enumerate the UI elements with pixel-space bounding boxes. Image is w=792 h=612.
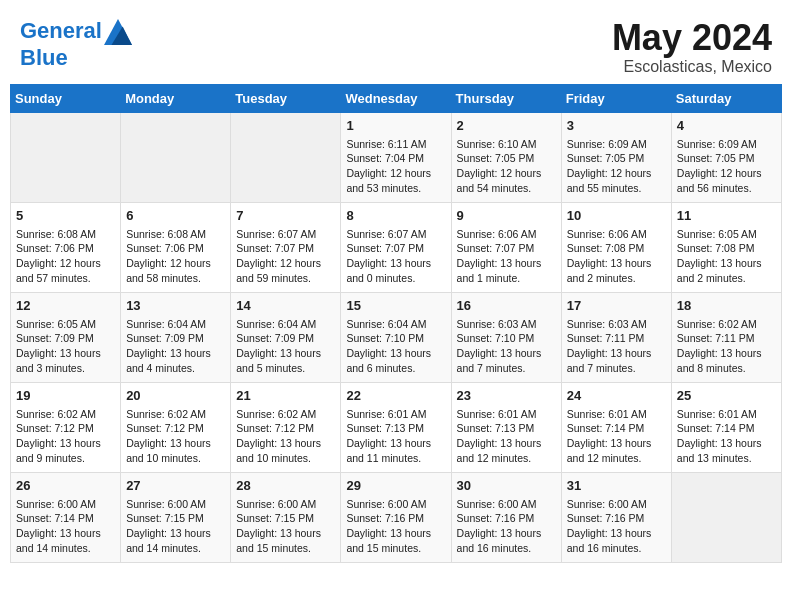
cell-content-line: and 54 minutes. [457, 181, 556, 196]
calendar-cell: 1Sunrise: 6:11 AMSunset: 7:04 PMDaylight… [341, 112, 451, 202]
calendar-cell: 13Sunrise: 6:04 AMSunset: 7:09 PMDayligh… [121, 292, 231, 382]
calendar-cell: 11Sunrise: 6:05 AMSunset: 7:08 PMDayligh… [671, 202, 781, 292]
calendar-cell: 9Sunrise: 6:06 AMSunset: 7:07 PMDaylight… [451, 202, 561, 292]
cell-content-line: and 2 minutes. [677, 271, 776, 286]
cell-content-line: Daylight: 13 hours [236, 436, 335, 451]
calendar-cell: 20Sunrise: 6:02 AMSunset: 7:12 PMDayligh… [121, 382, 231, 472]
calendar-cell: 19Sunrise: 6:02 AMSunset: 7:12 PMDayligh… [11, 382, 121, 472]
cell-content-line: Sunset: 7:14 PM [16, 511, 115, 526]
cell-content-line: Sunset: 7:15 PM [126, 511, 225, 526]
cell-content-line: Sunrise: 6:09 AM [567, 137, 666, 152]
cell-content-line: Sunrise: 6:10 AM [457, 137, 556, 152]
logo-text: General [20, 18, 132, 46]
weekday-header-sunday: Sunday [11, 84, 121, 112]
cell-content-line: and 55 minutes. [567, 181, 666, 196]
day-number: 31 [567, 477, 666, 495]
day-number: 27 [126, 477, 225, 495]
cell-content-line: and 0 minutes. [346, 271, 445, 286]
cell-content-line: Sunrise: 6:09 AM [677, 137, 776, 152]
cell-content-line: and 10 minutes. [126, 451, 225, 466]
calendar-cell: 27Sunrise: 6:00 AMSunset: 7:15 PMDayligh… [121, 472, 231, 562]
cell-content-line: Daylight: 13 hours [457, 256, 556, 271]
cell-content-line: Daylight: 12 hours [16, 256, 115, 271]
calendar-cell: 23Sunrise: 6:01 AMSunset: 7:13 PMDayligh… [451, 382, 561, 472]
cell-content-line: and 53 minutes. [346, 181, 445, 196]
cell-content-line: Sunrise: 6:08 AM [126, 227, 225, 242]
cell-content-line: and 7 minutes. [457, 361, 556, 376]
day-number: 21 [236, 387, 335, 405]
day-number: 14 [236, 297, 335, 315]
cell-content-line: Daylight: 13 hours [16, 346, 115, 361]
calendar-cell: 7Sunrise: 6:07 AMSunset: 7:07 PMDaylight… [231, 202, 341, 292]
day-number: 23 [457, 387, 556, 405]
cell-content-line: Sunset: 7:12 PM [16, 421, 115, 436]
day-number: 24 [567, 387, 666, 405]
cell-content-line: Daylight: 13 hours [16, 526, 115, 541]
cell-content-line: and 7 minutes. [567, 361, 666, 376]
weekday-header-row: SundayMondayTuesdayWednesdayThursdayFrid… [11, 84, 782, 112]
cell-content-line: Daylight: 13 hours [677, 256, 776, 271]
calendar-cell: 17Sunrise: 6:03 AMSunset: 7:11 PMDayligh… [561, 292, 671, 382]
calendar-week-3: 12Sunrise: 6:05 AMSunset: 7:09 PMDayligh… [11, 292, 782, 382]
day-number: 20 [126, 387, 225, 405]
cell-content-line: Daylight: 13 hours [126, 346, 225, 361]
cell-content-line: Sunset: 7:05 PM [677, 151, 776, 166]
day-number: 7 [236, 207, 335, 225]
cell-content-line: Daylight: 12 hours [236, 256, 335, 271]
cell-content-line: Sunset: 7:05 PM [457, 151, 556, 166]
cell-content-line: Sunrise: 6:11 AM [346, 137, 445, 152]
cell-content-line: Daylight: 13 hours [346, 526, 445, 541]
cell-content-line: Sunrise: 6:06 AM [567, 227, 666, 242]
cell-content-line: Sunrise: 6:00 AM [16, 497, 115, 512]
calendar-cell: 8Sunrise: 6:07 AMSunset: 7:07 PMDaylight… [341, 202, 451, 292]
cell-content-line: Sunset: 7:16 PM [567, 511, 666, 526]
day-number: 12 [16, 297, 115, 315]
weekday-header-friday: Friday [561, 84, 671, 112]
cell-content-line: Sunrise: 6:07 AM [236, 227, 335, 242]
cell-content-line: Sunset: 7:08 PM [567, 241, 666, 256]
cell-content-line: Daylight: 13 hours [16, 436, 115, 451]
cell-content-line: Daylight: 13 hours [346, 346, 445, 361]
cell-content-line: and 16 minutes. [457, 541, 556, 556]
cell-content-line: Sunset: 7:10 PM [346, 331, 445, 346]
cell-content-line: Sunrise: 6:04 AM [126, 317, 225, 332]
cell-content-line: Sunrise: 6:02 AM [126, 407, 225, 422]
calendar-cell: 18Sunrise: 6:02 AMSunset: 7:11 PMDayligh… [671, 292, 781, 382]
cell-content-line: Daylight: 12 hours [126, 256, 225, 271]
calendar-cell: 29Sunrise: 6:00 AMSunset: 7:16 PMDayligh… [341, 472, 451, 562]
calendar-cell: 2Sunrise: 6:10 AMSunset: 7:05 PMDaylight… [451, 112, 561, 202]
cell-content-line: Daylight: 13 hours [567, 436, 666, 451]
day-number: 25 [677, 387, 776, 405]
cell-content-line: Daylight: 13 hours [567, 526, 666, 541]
cell-content-line: Sunrise: 6:00 AM [457, 497, 556, 512]
calendar-week-2: 5Sunrise: 6:08 AMSunset: 7:06 PMDaylight… [11, 202, 782, 292]
cell-content-line: Sunrise: 6:08 AM [16, 227, 115, 242]
cell-content-line: Sunset: 7:09 PM [16, 331, 115, 346]
cell-content-line: Sunrise: 6:04 AM [346, 317, 445, 332]
cell-content-line: and 3 minutes. [16, 361, 115, 376]
cell-content-line: Sunset: 7:06 PM [126, 241, 225, 256]
title-block: May 2024 Escolasticas, Mexico [612, 18, 772, 76]
cell-content-line: and 13 minutes. [677, 451, 776, 466]
cell-content-line: and 5 minutes. [236, 361, 335, 376]
cell-content-line: Daylight: 12 hours [457, 166, 556, 181]
cell-content-line: Daylight: 13 hours [677, 346, 776, 361]
cell-content-line: Daylight: 12 hours [346, 166, 445, 181]
calendar-cell: 4Sunrise: 6:09 AMSunset: 7:05 PMDaylight… [671, 112, 781, 202]
cell-content-line: Sunset: 7:08 PM [677, 241, 776, 256]
day-number: 13 [126, 297, 225, 315]
cell-content-line: Daylight: 12 hours [567, 166, 666, 181]
cell-content-line: and 9 minutes. [16, 451, 115, 466]
cell-content-line: Sunset: 7:13 PM [457, 421, 556, 436]
cell-content-line: Sunrise: 6:01 AM [457, 407, 556, 422]
cell-content-line: Sunrise: 6:03 AM [567, 317, 666, 332]
cell-content-line: and 12 minutes. [567, 451, 666, 466]
cell-content-line: and 12 minutes. [457, 451, 556, 466]
calendar-cell: 22Sunrise: 6:01 AMSunset: 7:13 PMDayligh… [341, 382, 451, 472]
calendar-cell: 21Sunrise: 6:02 AMSunset: 7:12 PMDayligh… [231, 382, 341, 472]
cell-content-line: Daylight: 13 hours [346, 256, 445, 271]
cell-content-line: and 16 minutes. [567, 541, 666, 556]
cell-content-line: Daylight: 13 hours [236, 346, 335, 361]
calendar-week-5: 26Sunrise: 6:00 AMSunset: 7:14 PMDayligh… [11, 472, 782, 562]
cell-content-line: Sunset: 7:14 PM [677, 421, 776, 436]
